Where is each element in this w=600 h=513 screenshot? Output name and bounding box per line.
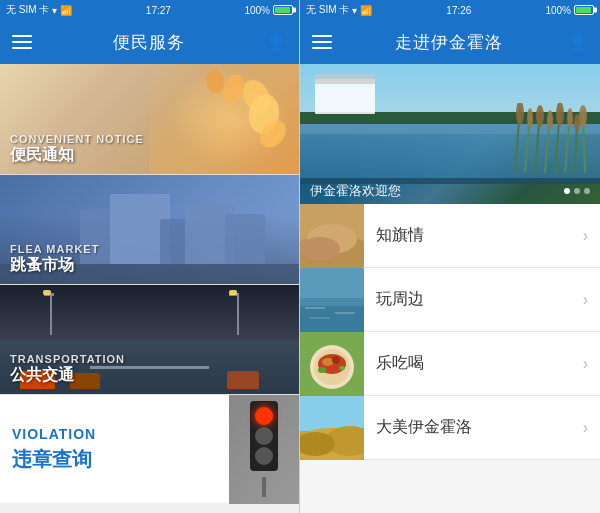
nav-bar-2: 走进伊金霍洛 👤 bbox=[300, 20, 600, 64]
battery-pct-2: 100% bbox=[545, 5, 571, 16]
chevron-icon-1: › bbox=[583, 227, 600, 245]
signal-icon-1: ▾ bbox=[52, 5, 57, 16]
dot-1[interactable] bbox=[564, 188, 570, 194]
svg-point-9 bbox=[527, 108, 533, 128]
light-green bbox=[255, 447, 273, 465]
svg-point-13 bbox=[567, 108, 573, 128]
tile-convenient[interactable]: CONVENIENT NOTICE 便民通知 bbox=[0, 64, 299, 174]
hero-caption: 伊金霍洛欢迎您 bbox=[300, 178, 600, 204]
tile-convenient-en: CONVENIENT NOTICE bbox=[10, 133, 289, 145]
streetlight-pole-2 bbox=[237, 295, 239, 335]
tile-market-overlay: FLEA MARKET 跳蚤市场 bbox=[0, 237, 299, 284]
hero-section[interactable]: 伊金霍洛欢迎您 bbox=[300, 64, 600, 204]
status-left-1: 无 SIM 卡 ▾ 📶 bbox=[6, 3, 72, 17]
dot-3[interactable] bbox=[584, 188, 590, 194]
hamburger-icon-2[interactable] bbox=[312, 35, 332, 49]
nav-title-2: 走进伊金霍洛 bbox=[395, 31, 503, 54]
list-thumb-4 bbox=[300, 396, 364, 460]
hero-building bbox=[315, 79, 375, 114]
tile-market-en: FLEA MARKET bbox=[10, 243, 289, 255]
status-left-2: 无 SIM 卡 ▾ 📶 bbox=[306, 3, 372, 17]
chevron-icon-3: › bbox=[583, 355, 600, 373]
tile-transport[interactable]: TRANSPORTATION 公共交通 bbox=[0, 284, 299, 394]
list-label-1: 知旗情 bbox=[364, 225, 583, 246]
reed-svg bbox=[505, 103, 595, 173]
violation-text-area: VIOLATION 违章查询 bbox=[0, 416, 229, 483]
list-item-2[interactable]: 玩周边 › bbox=[300, 268, 600, 332]
light-red bbox=[255, 407, 273, 425]
tile-violation[interactable]: VIOLATION 违章查询 bbox=[0, 394, 299, 503]
nav-bar-1: 便民服务 👤 bbox=[0, 20, 299, 64]
chevron-icon-2: › bbox=[583, 291, 600, 309]
scenery-svg bbox=[300, 396, 364, 460]
svg-rect-22 bbox=[300, 298, 364, 306]
list-section: 知旗情 › 玩周边 › bbox=[300, 204, 600, 513]
chevron-icon-4: › bbox=[583, 419, 600, 437]
list-thumb-2 bbox=[300, 268, 364, 332]
panel-2: 无 SIM 卡 ▾ 📶 17:26 100% 走进伊金霍洛 👤 bbox=[300, 0, 600, 513]
tile-transport-en: TRANSPORTATION bbox=[10, 353, 289, 365]
list-label-2: 玩周边 bbox=[364, 289, 583, 310]
user-icon-2[interactable]: 👤 bbox=[566, 31, 588, 53]
list-label-4: 大美伊金霍洛 bbox=[364, 417, 583, 438]
content-area-1: CONVENIENT NOTICE 便民通知 FLEA MARKET 跳蚤市场 bbox=[0, 64, 299, 513]
tile-transport-overlay: TRANSPORTATION 公共交通 bbox=[0, 347, 299, 394]
hero-dots bbox=[564, 188, 590, 194]
battery-icon-2 bbox=[574, 5, 594, 15]
svg-point-8 bbox=[516, 103, 524, 125]
tile-market-zh: 跳蚤市场 bbox=[10, 255, 289, 276]
tile-convenient-zh: 便民通知 bbox=[10, 145, 289, 166]
list-item-4[interactable]: 大美伊金霍洛 › bbox=[300, 396, 600, 460]
wifi-icon-1: 📶 bbox=[60, 5, 72, 16]
panel-1: 无 SIM 卡 ▾ 📶 17:27 100% 便民服务 👤 bbox=[0, 0, 300, 513]
traffic-light-area bbox=[229, 395, 299, 504]
list-item-3[interactable]: 乐吃喝 › bbox=[300, 332, 600, 396]
time-1: 17:27 bbox=[146, 5, 171, 16]
nav-title-1: 便民服务 bbox=[113, 31, 185, 54]
dot-2[interactable] bbox=[574, 188, 580, 194]
list-label-3: 乐吃喝 bbox=[364, 353, 583, 374]
svg-point-11 bbox=[547, 110, 553, 130]
tile-transport-zh: 公共交通 bbox=[10, 365, 289, 386]
status-right-1: 100% bbox=[244, 5, 293, 16]
svg-point-15 bbox=[579, 105, 587, 127]
svg-point-10 bbox=[536, 105, 544, 127]
status-bar-2: 无 SIM 卡 ▾ 📶 17:26 100% bbox=[300, 0, 600, 20]
svg-point-32 bbox=[318, 367, 326, 373]
list-item-1[interactable]: 知旗情 › bbox=[300, 204, 600, 268]
streetlight-pole-1 bbox=[50, 295, 52, 335]
svg-point-31 bbox=[332, 356, 340, 364]
hero-building-top bbox=[315, 74, 375, 84]
food-svg bbox=[300, 332, 364, 396]
streetlight-2 bbox=[229, 290, 237, 295]
water-svg bbox=[300, 268, 364, 332]
streetlight-1 bbox=[43, 290, 51, 295]
svg-rect-35 bbox=[300, 396, 364, 431]
hero-caption-text: 伊金霍洛欢迎您 bbox=[310, 182, 401, 200]
violation-zh: 违章查询 bbox=[12, 446, 217, 473]
list-thumb-1 bbox=[300, 204, 364, 268]
traffic-light bbox=[250, 401, 278, 471]
battery-pct-1: 100% bbox=[244, 5, 270, 16]
sand-svg bbox=[300, 204, 364, 268]
hamburger-icon-1[interactable] bbox=[12, 35, 32, 49]
traffic-light-container bbox=[250, 401, 278, 497]
traffic-pole bbox=[262, 477, 266, 497]
violation-en: VIOLATION bbox=[12, 426, 217, 442]
sim-label-2: 无 SIM 卡 bbox=[306, 3, 349, 17]
tile-convenient-overlay: CONVENIENT NOTICE 便民通知 bbox=[0, 127, 299, 174]
status-bar-1: 无 SIM 卡 ▾ 📶 17:27 100% bbox=[0, 0, 299, 20]
battery-icon-1 bbox=[273, 5, 293, 15]
wifi-icon-2: 📶 bbox=[360, 5, 372, 16]
status-right-2: 100% bbox=[545, 5, 594, 16]
svg-point-33 bbox=[339, 366, 345, 370]
light-yellow bbox=[255, 427, 273, 445]
list-thumb-3 bbox=[300, 332, 364, 396]
svg-point-19 bbox=[300, 237, 340, 261]
svg-point-12 bbox=[556, 103, 564, 126]
user-icon-1[interactable]: 👤 bbox=[265, 31, 287, 53]
time-2: 17:26 bbox=[446, 5, 471, 16]
sim-label-1: 无 SIM 卡 bbox=[6, 3, 49, 17]
signal-icon-2: ▾ bbox=[352, 5, 357, 16]
tile-market[interactable]: FLEA MARKET 跳蚤市场 bbox=[0, 174, 299, 284]
